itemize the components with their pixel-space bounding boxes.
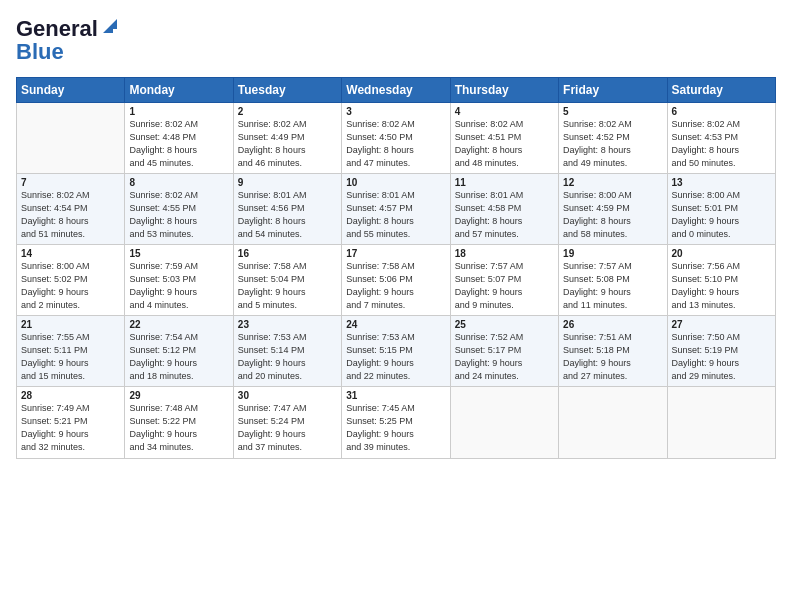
calendar-cell: 14Sunrise: 8:00 AM Sunset: 5:02 PM Dayli…	[17, 244, 125, 315]
calendar-cell: 17Sunrise: 7:58 AM Sunset: 5:06 PM Dayli…	[342, 244, 450, 315]
day-number: 10	[346, 177, 445, 188]
calendar-cell: 5Sunrise: 8:02 AM Sunset: 4:52 PM Daylig…	[559, 102, 667, 173]
calendar-week-row: 7Sunrise: 8:02 AM Sunset: 4:54 PM Daylig…	[17, 173, 776, 244]
calendar-cell: 25Sunrise: 7:52 AM Sunset: 5:17 PM Dayli…	[450, 316, 558, 387]
calendar-cell: 30Sunrise: 7:47 AM Sunset: 5:24 PM Dayli…	[233, 387, 341, 458]
day-number: 25	[455, 319, 554, 330]
day-info: Sunrise: 8:02 AM Sunset: 4:54 PM Dayligh…	[21, 189, 120, 241]
day-info: Sunrise: 7:57 AM Sunset: 5:08 PM Dayligh…	[563, 260, 662, 312]
day-number: 4	[455, 106, 554, 117]
day-info: Sunrise: 8:00 AM Sunset: 5:02 PM Dayligh…	[21, 260, 120, 312]
day-info: Sunrise: 8:02 AM Sunset: 4:52 PM Dayligh…	[563, 118, 662, 170]
day-number: 29	[129, 390, 228, 401]
calendar-cell: 21Sunrise: 7:55 AM Sunset: 5:11 PM Dayli…	[17, 316, 125, 387]
day-number: 7	[21, 177, 120, 188]
day-number: 1	[129, 106, 228, 117]
calendar-cell: 8Sunrise: 8:02 AM Sunset: 4:55 PM Daylig…	[125, 173, 233, 244]
calendar-cell: 24Sunrise: 7:53 AM Sunset: 5:15 PM Dayli…	[342, 316, 450, 387]
day-info: Sunrise: 7:50 AM Sunset: 5:19 PM Dayligh…	[672, 331, 771, 383]
calendar-cell: 16Sunrise: 7:58 AM Sunset: 5:04 PM Dayli…	[233, 244, 341, 315]
day-number: 26	[563, 319, 662, 330]
calendar-cell: 15Sunrise: 7:59 AM Sunset: 5:03 PM Dayli…	[125, 244, 233, 315]
day-of-week-header: Sunday	[17, 77, 125, 102]
calendar-week-row: 14Sunrise: 8:00 AM Sunset: 5:02 PM Dayli…	[17, 244, 776, 315]
day-number: 5	[563, 106, 662, 117]
logo-general: General	[16, 16, 98, 41]
calendar-cell	[667, 387, 775, 458]
day-of-week-header: Monday	[125, 77, 233, 102]
day-number: 21	[21, 319, 120, 330]
day-of-week-header: Tuesday	[233, 77, 341, 102]
calendar-cell: 2Sunrise: 8:02 AM Sunset: 4:49 PM Daylig…	[233, 102, 341, 173]
day-info: Sunrise: 8:00 AM Sunset: 5:01 PM Dayligh…	[672, 189, 771, 241]
calendar-cell: 6Sunrise: 8:02 AM Sunset: 4:53 PM Daylig…	[667, 102, 775, 173]
day-number: 19	[563, 248, 662, 259]
day-info: Sunrise: 8:00 AM Sunset: 4:59 PM Dayligh…	[563, 189, 662, 241]
day-number: 6	[672, 106, 771, 117]
day-info: Sunrise: 8:01 AM Sunset: 4:57 PM Dayligh…	[346, 189, 445, 241]
calendar-table: SundayMondayTuesdayWednesdayThursdayFrid…	[16, 77, 776, 459]
day-info: Sunrise: 7:58 AM Sunset: 5:06 PM Dayligh…	[346, 260, 445, 312]
header: General Blue	[16, 16, 776, 65]
day-number: 18	[455, 248, 554, 259]
calendar-week-row: 28Sunrise: 7:49 AM Sunset: 5:21 PM Dayli…	[17, 387, 776, 458]
calendar-cell: 27Sunrise: 7:50 AM Sunset: 5:19 PM Dayli…	[667, 316, 775, 387]
day-info: Sunrise: 8:02 AM Sunset: 4:49 PM Dayligh…	[238, 118, 337, 170]
page-container: General Blue SundayMondayTuesdayWednesda…	[0, 0, 792, 612]
day-info: Sunrise: 7:59 AM Sunset: 5:03 PM Dayligh…	[129, 260, 228, 312]
day-info: Sunrise: 8:02 AM Sunset: 4:55 PM Dayligh…	[129, 189, 228, 241]
day-info: Sunrise: 7:55 AM Sunset: 5:11 PM Dayligh…	[21, 331, 120, 383]
day-info: Sunrise: 7:47 AM Sunset: 5:24 PM Dayligh…	[238, 402, 337, 454]
day-number: 22	[129, 319, 228, 330]
day-info: Sunrise: 8:02 AM Sunset: 4:50 PM Dayligh…	[346, 118, 445, 170]
day-of-week-header: Wednesday	[342, 77, 450, 102]
calendar-cell: 11Sunrise: 8:01 AM Sunset: 4:58 PM Dayli…	[450, 173, 558, 244]
day-number: 3	[346, 106, 445, 117]
calendar-cell: 4Sunrise: 8:02 AM Sunset: 4:51 PM Daylig…	[450, 102, 558, 173]
day-number: 8	[129, 177, 228, 188]
calendar-cell: 19Sunrise: 7:57 AM Sunset: 5:08 PM Dayli…	[559, 244, 667, 315]
logo-blue: Blue	[16, 39, 121, 64]
calendar-cell: 9Sunrise: 8:01 AM Sunset: 4:56 PM Daylig…	[233, 173, 341, 244]
day-info: Sunrise: 7:48 AM Sunset: 5:22 PM Dayligh…	[129, 402, 228, 454]
calendar-cell: 1Sunrise: 8:02 AM Sunset: 4:48 PM Daylig…	[125, 102, 233, 173]
calendar-cell: 3Sunrise: 8:02 AM Sunset: 4:50 PM Daylig…	[342, 102, 450, 173]
calendar-cell: 12Sunrise: 8:00 AM Sunset: 4:59 PM Dayli…	[559, 173, 667, 244]
calendar-cell: 29Sunrise: 7:48 AM Sunset: 5:22 PM Dayli…	[125, 387, 233, 458]
day-info: Sunrise: 7:54 AM Sunset: 5:12 PM Dayligh…	[129, 331, 228, 383]
day-info: Sunrise: 8:01 AM Sunset: 4:56 PM Dayligh…	[238, 189, 337, 241]
day-info: Sunrise: 7:51 AM Sunset: 5:18 PM Dayligh…	[563, 331, 662, 383]
day-of-week-header: Thursday	[450, 77, 558, 102]
day-info: Sunrise: 8:02 AM Sunset: 4:53 PM Dayligh…	[672, 118, 771, 170]
day-number: 31	[346, 390, 445, 401]
day-info: Sunrise: 7:52 AM Sunset: 5:17 PM Dayligh…	[455, 331, 554, 383]
day-number: 17	[346, 248, 445, 259]
day-info: Sunrise: 7:45 AM Sunset: 5:25 PM Dayligh…	[346, 402, 445, 454]
day-number: 2	[238, 106, 337, 117]
day-info: Sunrise: 7:57 AM Sunset: 5:07 PM Dayligh…	[455, 260, 554, 312]
calendar-cell: 26Sunrise: 7:51 AM Sunset: 5:18 PM Dayli…	[559, 316, 667, 387]
svg-marker-0	[103, 19, 117, 33]
day-number: 30	[238, 390, 337, 401]
logo: General Blue	[16, 16, 121, 65]
day-number: 20	[672, 248, 771, 259]
calendar-cell	[450, 387, 558, 458]
calendar-cell	[559, 387, 667, 458]
day-info: Sunrise: 8:01 AM Sunset: 4:58 PM Dayligh…	[455, 189, 554, 241]
calendar-week-row: 1Sunrise: 8:02 AM Sunset: 4:48 PM Daylig…	[17, 102, 776, 173]
day-of-week-header: Friday	[559, 77, 667, 102]
day-number: 14	[21, 248, 120, 259]
day-info: Sunrise: 8:02 AM Sunset: 4:48 PM Dayligh…	[129, 118, 228, 170]
day-of-week-header: Saturday	[667, 77, 775, 102]
day-info: Sunrise: 7:56 AM Sunset: 5:10 PM Dayligh…	[672, 260, 771, 312]
day-number: 15	[129, 248, 228, 259]
day-number: 24	[346, 319, 445, 330]
day-info: Sunrise: 7:53 AM Sunset: 5:15 PM Dayligh…	[346, 331, 445, 383]
day-number: 28	[21, 390, 120, 401]
day-info: Sunrise: 7:58 AM Sunset: 5:04 PM Dayligh…	[238, 260, 337, 312]
day-number: 13	[672, 177, 771, 188]
day-number: 9	[238, 177, 337, 188]
logo-text-block: General Blue	[16, 16, 121, 65]
calendar-cell: 10Sunrise: 8:01 AM Sunset: 4:57 PM Dayli…	[342, 173, 450, 244]
calendar-header-row: SundayMondayTuesdayWednesdayThursdayFrid…	[17, 77, 776, 102]
